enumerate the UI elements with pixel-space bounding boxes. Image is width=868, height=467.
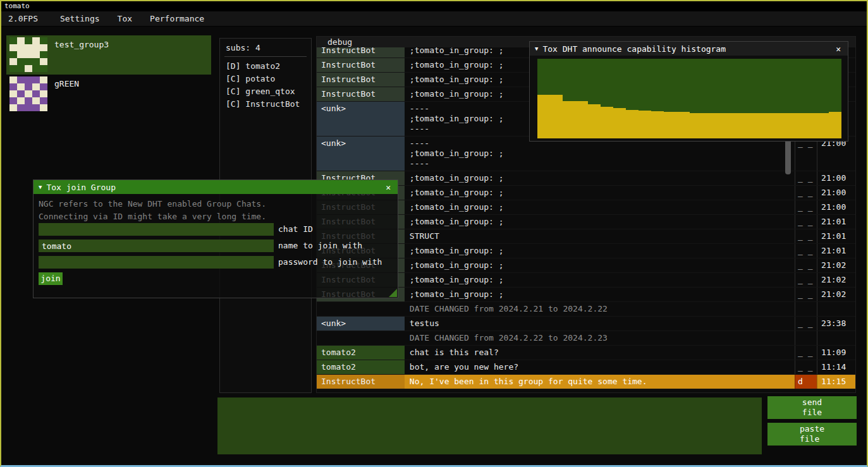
histogram-bar: [639, 111, 651, 138]
sender-name: tomato2: [317, 346, 405, 360]
member-item[interactable]: [C] InstructBot: [226, 98, 305, 111]
members-separator: [224, 56, 307, 57]
histogram-bar: [753, 113, 766, 138]
message-time: 21:02: [817, 258, 855, 272]
group-avatar: [9, 76, 47, 111]
message-text: chat is this real?: [405, 346, 795, 360]
message-text: DATE CHANGED from 2024.2.22 to 2024.2.23: [405, 331, 795, 345]
message-flags: _ _: [795, 346, 817, 360]
histogram-bar: [702, 113, 715, 138]
message-time: 23:38: [817, 317, 855, 331]
chat-row: DATE CHANGED from 2024.2.21 to 2024.2.22: [317, 302, 855, 317]
group-item[interactable]: gREEN: [6, 75, 211, 114]
member-item[interactable]: [C] potato: [226, 73, 305, 85]
message-flags: _ _: [795, 171, 817, 185]
message-text: ;tomato_in_group: ;: [405, 273, 795, 287]
histogram-bar: [563, 101, 575, 138]
message-time: 21:02: [817, 288, 855, 301]
message-text: ;tomato_in_group: ;: [405, 171, 795, 185]
message-text: ;tomato_in_group: ;: [405, 215, 795, 229]
histogram-bar: [690, 113, 702, 138]
histogram-bar: [613, 108, 626, 138]
chat-row: DATE CHANGED from 2024.2.22 to 2024.2.23: [317, 331, 855, 346]
join-field-row: chat ID: [39, 223, 313, 236]
tab-debug[interactable]: debug: [327, 37, 352, 47]
window-title: tomato: [4, 2, 30, 10]
resize-grip-icon[interactable]: [389, 289, 397, 297]
collapse-icon[interactable]: ▼: [535, 45, 538, 52]
histogram-bar: [537, 95, 550, 138]
histogram-bar: [664, 112, 676, 138]
menu-item-tox[interactable]: Tox: [109, 14, 141, 23]
message-time: 11:09: [817, 346, 855, 360]
message-flags: [795, 302, 817, 316]
sender-name: [317, 331, 405, 345]
join-field-input-2[interactable]: [39, 256, 274, 269]
join-field-input-1[interactable]: [39, 240, 274, 252]
histogram-bar: [550, 95, 563, 138]
histogram-bar: [715, 113, 728, 138]
app-window: tomato 2.0FPS Settings Tox Performance t…: [0, 0, 868, 467]
message-text: ;tomato_in_group: ;: [405, 288, 795, 301]
paste-file-button[interactable]: paste file: [767, 423, 857, 446]
message-flags: _ _: [795, 229, 817, 243]
message-time: 21:01: [817, 244, 855, 258]
join-field-input-0[interactable]: [39, 223, 274, 236]
chat-row: <unk>testus_ _23:38: [317, 317, 855, 331]
group-name: gREEN: [54, 76, 79, 112]
member-item[interactable]: [D] tomato2: [226, 60, 305, 73]
histogram-bar: [626, 110, 639, 138]
sender-name: InstructBot: [317, 87, 405, 101]
chat-row: InstructBotNo, I've been in this group f…: [317, 375, 855, 389]
message-time: 21:00: [817, 136, 855, 171]
message-text: bot, are you new here?: [405, 360, 795, 374]
message-text: ;tomato_in_group: ;: [405, 200, 795, 214]
join-info-line: NGC refers to the New DHT enabled Group …: [39, 198, 266, 210]
message-time: 11:14: [817, 360, 855, 374]
message-time: 21:00: [817, 200, 855, 214]
histogram-bar: [778, 113, 791, 138]
histogram-bar: [791, 113, 804, 138]
dht-histogram-titlebar: ▼ Tox DHT announce capability histogram …: [530, 42, 848, 56]
sender-name: InstructBot: [317, 58, 405, 72]
close-icon[interactable]: ✕: [834, 44, 843, 54]
histogram-bar: [588, 104, 601, 138]
group-list: test_group3gREEN: [6, 35, 211, 114]
members-header: subs: 4: [226, 42, 305, 54]
member-item[interactable]: [C] green_qtox: [226, 85, 305, 98]
message-flags: _ _: [795, 317, 817, 331]
chat-row: tomato2bot, are you new here?_ _11:14: [317, 360, 855, 375]
message-time: 11:15: [817, 375, 855, 389]
message-text: ;tomato_in_group: ;: [405, 258, 795, 272]
send-file-button[interactable]: send file: [767, 396, 857, 419]
menu-item-settings[interactable]: Settings: [51, 14, 109, 23]
menu-bar: 2.0FPS Settings Tox Performance: [1, 11, 867, 27]
message-flags: _ _: [795, 215, 817, 229]
sender-name: [317, 302, 405, 316]
member-list: [D] tomato2[C] potato[C] green_qtox[C] I…: [226, 60, 305, 111]
message-text: DATE CHANGED from 2024.2.21 to 2024.2.22: [405, 302, 795, 316]
message-text: testus: [405, 317, 795, 331]
join-button[interactable]: join: [39, 272, 63, 285]
histogram-bar: [829, 112, 841, 138]
join-info-line: Connecting via ID might take a very long…: [39, 210, 266, 223]
menu-item-performance[interactable]: Performance: [141, 14, 213, 23]
window-titlebar: tomato: [1, 1, 867, 11]
collapse-icon[interactable]: ▼: [39, 184, 42, 190]
dht-histogram-window: ▼ Tox DHT announce capability histogram …: [529, 41, 848, 142]
message-flags: [795, 331, 817, 345]
message-time: [817, 331, 855, 345]
join-field-label: name to join with: [278, 240, 362, 252]
message-input[interactable]: [217, 397, 762, 454]
join-group-titlebar: ▼ Tox join Group ✕: [34, 180, 398, 194]
join-group-title: Tox join Group: [46, 183, 379, 192]
sender-name: InstructBot: [317, 73, 405, 87]
fps-counter: 2.0FPS: [1, 14, 45, 23]
message-time: 21:00: [817, 186, 855, 200]
group-item[interactable]: test_group3: [6, 35, 211, 75]
message-flags: _ _: [795, 288, 817, 301]
close-icon[interactable]: ✕: [384, 183, 393, 192]
histogram-bar: [816, 113, 829, 138]
join-field-label: chat ID: [278, 223, 313, 236]
message-flags: _ _: [795, 136, 817, 171]
